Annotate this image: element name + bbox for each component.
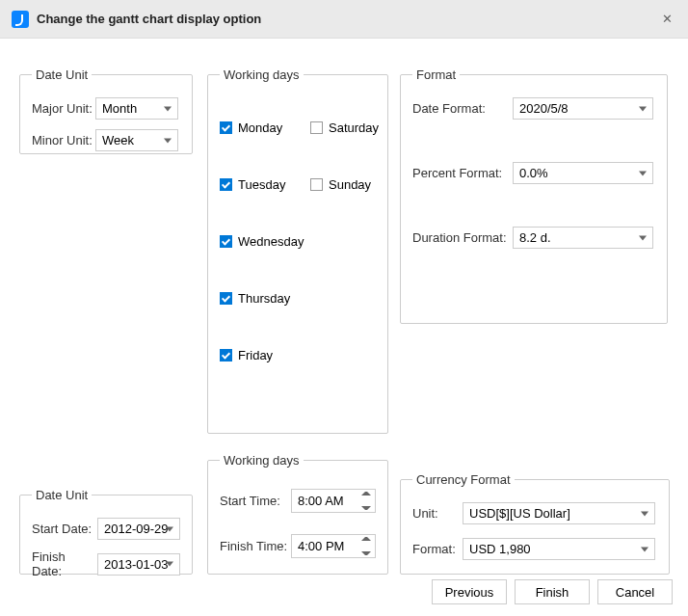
date-format-select[interactable]: 2020/5/8 — [513, 97, 653, 120]
format-legend: Format — [412, 67, 460, 82]
chevron-up-icon — [361, 492, 371, 495]
major-unit-label: Major Unit: — [32, 101, 95, 116]
checkbox-label: Tuesday — [238, 177, 285, 192]
chevron-down-icon — [641, 547, 648, 551]
percent-format-label: Percent Format: — [412, 166, 513, 180]
checkbox-icon — [310, 121, 323, 134]
chevron-down-icon — [639, 171, 647, 175]
currency-format-group: Currency Format Unit: USD[$][US Dollar] … — [400, 472, 670, 575]
currency-format-label: Format: — [412, 542, 463, 556]
currency-unit-select[interactable]: USD[$][US Dollar] — [463, 502, 655, 524]
start-time-stepper[interactable]: 8:00 AM — [291, 489, 376, 513]
currency-format-legend: Currency Format — [412, 472, 515, 487]
close-icon[interactable]: ✕ — [657, 12, 676, 26]
date-unit-legend: Date Unit — [32, 67, 92, 82]
chevron-down-icon — [361, 506, 371, 510]
checkbox-thursday[interactable]: Thursday — [220, 291, 304, 306]
checkbox-label: Thursday — [238, 291, 290, 306]
checkbox-icon — [310, 178, 323, 191]
date-range-group: Date Unit Start Date: 2012-09-29 Finish … — [19, 488, 193, 575]
currency-unit-label: Unit: — [412, 506, 463, 521]
minor-unit-label: Minor Unit: — [32, 133, 95, 147]
chevron-down-icon — [641, 511, 648, 516]
checkbox-icon — [220, 292, 232, 305]
minor-unit-value: Week — [102, 133, 134, 147]
finish-time-value: 4:00 PM — [298, 539, 344, 553]
start-time-value: 8:00 AM — [298, 494, 344, 508]
start-time-label: Start Time: — [220, 494, 291, 508]
chevron-down-icon — [164, 138, 172, 143]
checkbox-tuesday[interactable]: Tuesday — [220, 177, 304, 192]
currency-format-select[interactable]: USD 1,980 — [463, 538, 655, 560]
checkbox-label: Monday — [238, 121, 282, 135]
chevron-down-icon — [361, 551, 371, 555]
date-range-legend: Date Unit — [32, 488, 92, 502]
start-date-value: 2012-09-29 — [104, 522, 169, 536]
percent-format-select[interactable]: 0.0% — [513, 162, 653, 184]
chevron-down-icon — [166, 562, 173, 567]
chevron-down-icon — [639, 106, 647, 111]
major-unit-select[interactable]: Month — [95, 97, 178, 120]
minor-unit-select[interactable]: Week — [95, 129, 178, 151]
duration-format-select[interactable]: 8.2 d. — [513, 227, 653, 249]
cancel-button[interactable]: Cancel — [597, 579, 673, 604]
previous-button[interactable]: Previous — [432, 579, 507, 604]
working-time-group: Working days Start Time: 8:00 AM Finish … — [207, 453, 388, 575]
start-date-select[interactable]: 2012-09-29 — [97, 518, 180, 540]
checkbox-label: Wednesday — [238, 234, 304, 249]
format-group: Format Date Format: 2020/5/8 Percent For… — [400, 67, 668, 324]
duration-format-label: Duration Format: — [412, 230, 513, 245]
date-format-label: Date Format: — [412, 101, 513, 116]
currency-format-value: USD 1,980 — [469, 542, 531, 556]
checkbox-icon — [220, 349, 232, 362]
app-logo-icon — [12, 11, 29, 28]
checkbox-icon — [220, 121, 232, 134]
finish-time-stepper[interactable]: 4:00 PM — [291, 534, 376, 558]
titlebar: Change the gantt chart display option ✕ — [0, 0, 688, 39]
major-unit-value: Month — [102, 101, 137, 116]
checkbox-label: Friday — [238, 348, 273, 362]
start-date-label: Start Date: — [32, 522, 97, 536]
chevron-down-icon — [639, 235, 647, 240]
window-title: Change the gantt chart display option — [37, 12, 657, 26]
working-days-legend: Working days — [220, 67, 304, 82]
percent-format-value: 0.0% — [519, 166, 548, 180]
date-format-value: 2020/5/8 — [519, 101, 569, 116]
duration-format-value: 8.2 d. — [519, 230, 551, 245]
checkbox-monday[interactable]: Monday — [220, 121, 304, 135]
date-unit-group: Date Unit Major Unit: Month Minor Unit: … — [19, 67, 193, 154]
checkbox-wednesday[interactable]: Wednesday — [220, 234, 304, 249]
checkbox-label: Sunday — [329, 177, 371, 192]
checkbox-label: Saturday — [329, 121, 379, 135]
working-days-group: Working days Monday Tuesday Wednesday Th… — [207, 67, 388, 434]
currency-unit-value: USD[$][US Dollar] — [469, 506, 570, 521]
chevron-down-icon — [166, 526, 173, 531]
checkbox-sunday[interactable]: Sunday — [310, 177, 379, 192]
dialog-footer: Previous Finish Cancel — [0, 568, 688, 616]
checkbox-icon — [220, 235, 232, 248]
working-time-legend: Working days — [220, 453, 304, 468]
checkbox-icon — [220, 178, 232, 191]
checkbox-friday[interactable]: Friday — [220, 348, 304, 362]
chevron-up-icon — [361, 537, 371, 541]
finish-time-label: Finish Time: — [220, 539, 291, 553]
finish-button[interactable]: Finish — [515, 579, 590, 604]
chevron-down-icon — [164, 106, 172, 111]
checkbox-saturday[interactable]: Saturday — [310, 121, 379, 135]
dialog-content: Date Unit Major Unit: Month Minor Unit: … — [0, 39, 688, 559]
